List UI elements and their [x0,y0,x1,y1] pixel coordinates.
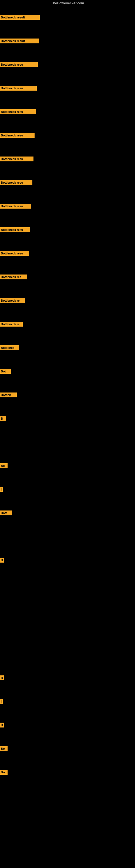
bottleneck-bar: | [0,487,3,492]
bottleneck-bar: Bottlenec [0,345,19,350]
bottleneck-bar: Bottleneck resu [0,251,29,256]
bottleneck-bar: Bo [0,770,8,775]
bottleneck-bar: Bottleneck resu [0,227,30,232]
bottleneck-bar: Bottleneck resu [0,62,38,67]
bottleneck-bar: Bott [0,510,12,516]
bottleneck-bar: Bottleneck resu [0,180,32,185]
site-title: TheBottlenecker.com [0,0,135,6]
bottleneck-bar: B [0,723,4,727]
bottleneck-bar: Bottleneck resu [0,133,35,138]
bottleneck-bar: Bottlen [0,393,17,397]
bottleneck-bar: Bottleneck result [0,38,39,43]
bottleneck-bar: Bottleneck resu [0,109,36,114]
bottleneck-bar: Bottleneck resu [0,86,37,91]
bottleneck-bar: B [0,416,6,421]
bottleneck-bar: Bo [0,463,8,468]
bottleneck-bar: Bo [0,746,8,751]
bottleneck-bar: Bottleneck resu [0,156,34,161]
bottleneck-bar: | [0,699,3,704]
bottleneck-bar: Bottleneck resu [0,204,31,209]
bottleneck-bar: B [0,675,4,680]
bottleneck-bar: Bottleneck re [0,298,25,303]
bottleneck-bar: Bottleneck res [0,275,27,279]
bottleneck-bar: Bottleneck re [0,322,23,327]
bottleneck-bar: Bottleneck result [0,15,40,20]
bottleneck-bar: B [0,558,4,563]
bottleneck-bar: Bot [0,369,11,374]
